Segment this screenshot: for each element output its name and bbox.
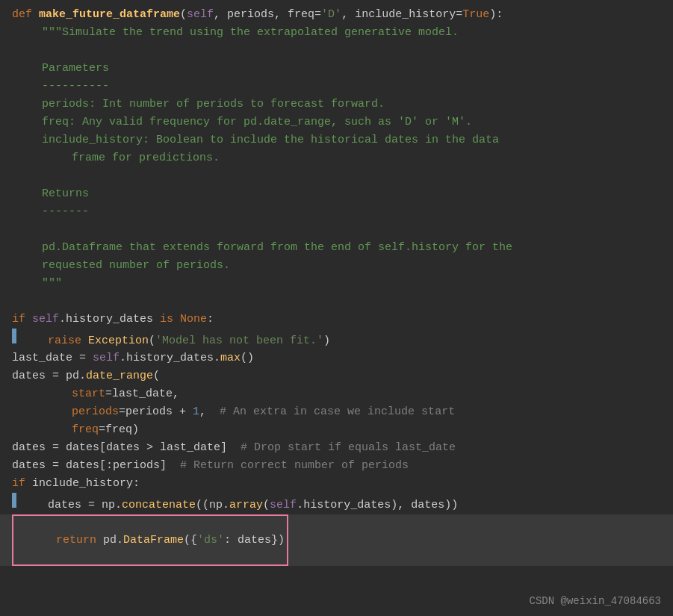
code-line-16: """ — [0, 275, 673, 293]
watermark: CSDN @weixin_47084663 — [530, 594, 661, 610]
code-line-7: freq: Any valid frequency for pd.date_ra… — [0, 113, 673, 131]
code-line-22: start=last_date, — [0, 385, 673, 403]
code-line-10 — [0, 167, 673, 185]
code-line-14: pd.Dataframe that extends forward from t… — [0, 239, 673, 257]
code-line-17 — [0, 293, 673, 311]
code-line-8: include_history: Boolean to include the … — [0, 131, 673, 149]
code-line-27: if include_history: — [0, 475, 673, 493]
code-line-11: Returns — [0, 185, 673, 203]
code-line-24: freq=freq) — [0, 421, 673, 439]
code-line-9: frame for predictions. — [0, 149, 673, 167]
code-line-13 — [0, 221, 673, 239]
code-line-28: dates = np.concatenate((np.array(self.hi… — [0, 493, 673, 514]
code-line-4: Parameters — [0, 60, 673, 78]
code-line-29: return pd.DataFrame({'ds': dates}) — [0, 514, 673, 566]
code-line-5: ---------- — [0, 78, 673, 96]
code-line-23: periods=periods + 1, # An extra in case … — [0, 403, 673, 421]
code-line-21: dates = pd.date_range( — [0, 367, 673, 385]
code-line-18: if self.history_dates is None: — [0, 311, 673, 329]
code-line-15: requested number of periods. — [0, 257, 673, 275]
code-line-6: periods: Int number of periods to foreca… — [0, 96, 673, 113]
code-line-25: dates = dates[dates > last_date] # Drop … — [0, 439, 673, 457]
code-line-20: last_date = self.history_dates.max() — [0, 349, 673, 367]
code-line-2: """Simulate the trend using the extrapol… — [0, 24, 673, 42]
code-line-1: def make_future_dataframe(self, periods,… — [0, 6, 673, 24]
code-line-19: raise Exception('Model has not been fit.… — [0, 329, 673, 349]
code-line-26: dates = dates[:periods] # Return correct… — [0, 457, 673, 475]
code-editor: def make_future_dataframe(self, periods,… — [0, 0, 673, 616]
code-line-12: ------- — [0, 203, 673, 221]
code-line-3 — [0, 42, 673, 60]
